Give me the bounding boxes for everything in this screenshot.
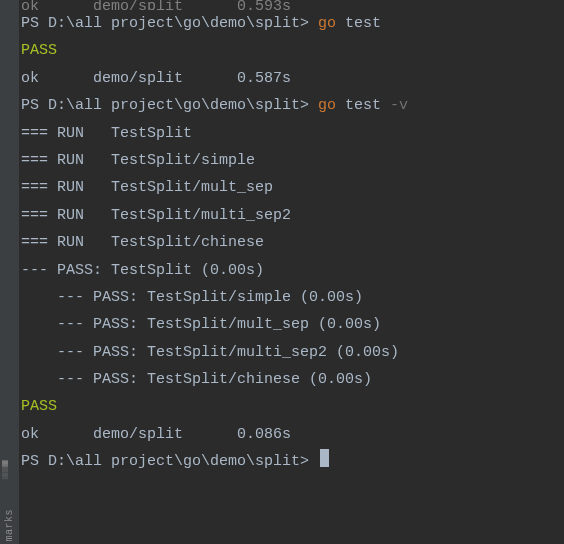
terminal-line: PS D:\all project\go\demo\split> go test	[21, 10, 562, 37]
terminal-line: --- PASS: TestSplit/mult_sep (0.00s)	[21, 311, 562, 338]
terminal-line: --- PASS: TestSplit/multi_sep2 (0.00s)	[21, 339, 562, 366]
terminal-line: --- PASS: TestSplit/simple (0.00s)	[21, 284, 562, 311]
terminal-line: === RUN TestSplit	[21, 120, 562, 147]
terminal-line: PS D:\all project\go\demo\split> go test…	[21, 92, 562, 119]
cursor-block	[320, 449, 329, 467]
gutter-icon-bottom[interactable]: ▒	[2, 469, 8, 479]
command-name: go	[318, 97, 336, 114]
terminal-panel[interactable]: ok demo/split 0.593s PS D:\all project\g…	[19, 0, 564, 544]
command-args: test	[336, 97, 390, 114]
terminal-line: PASS	[21, 37, 562, 64]
terminal-line: ok demo/split 0.593s	[21, 0, 562, 10]
command-name: go	[318, 15, 336, 32]
gutter-bookmarks-label[interactable]: marks	[4, 509, 15, 542]
command-flag: -v	[390, 97, 408, 114]
terminal-line: --- PASS: TestSplit/chinese (0.00s)	[21, 366, 562, 393]
terminal-line: === RUN TestSplit/simple	[21, 147, 562, 174]
prompt-text: PS D:\all project\go\demo\split>	[21, 97, 318, 114]
terminal-line: === RUN TestSplit/chinese	[21, 229, 562, 256]
terminal-line: ok demo/split 0.587s	[21, 65, 562, 92]
terminal-line: PS D:\all project\go\demo\split>	[21, 448, 562, 475]
terminal-line: === RUN TestSplit/mult_sep	[21, 174, 562, 201]
terminal-line: ok demo/split 0.086s	[21, 421, 562, 448]
prompt-text: PS D:\all project\go\demo\split>	[21, 453, 318, 470]
terminal-line: PASS	[21, 393, 562, 420]
terminal-line: --- PASS: TestSplit (0.00s)	[21, 257, 562, 284]
terminal-line: === RUN TestSplit/multi_sep2	[21, 202, 562, 229]
ide-left-gutter: ▦ ▒ marks	[0, 0, 20, 544]
command-args: test	[336, 15, 381, 32]
prompt-text: PS D:\all project\go\demo\split>	[21, 15, 318, 32]
gutter-icons: ▦ ▒	[2, 459, 8, 479]
